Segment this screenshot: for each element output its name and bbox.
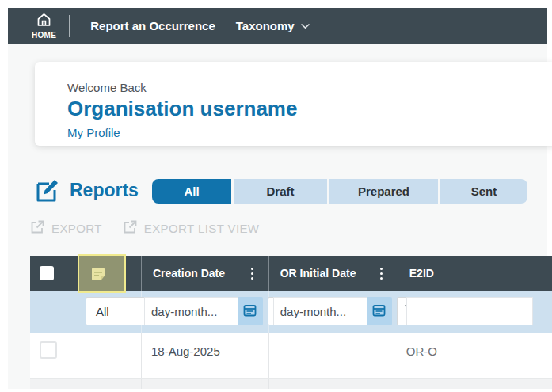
tab-all[interactable]: All <box>152 179 231 204</box>
tab-draft-label: Draft <box>266 185 294 198</box>
header-creation-date[interactable]: Creation Date <box>142 256 269 291</box>
export-list-view-label: EXPORT LIST VIEW <box>144 222 260 235</box>
row-select-cell <box>30 333 142 378</box>
row-creation-date-cell: 18-Aug-2025 <box>142 333 269 378</box>
column-menu-button[interactable] <box>249 265 256 282</box>
filter-creation-date-cell <box>142 291 269 333</box>
or-initial-date-filter-input[interactable] <box>273 297 367 325</box>
tab-all-label: All <box>184 185 199 198</box>
reports-tabs: All Draft Prepared Sent <box>152 179 527 204</box>
header-e2id[interactable]: E2ID <box>398 256 552 291</box>
export-button[interactable]: EXPORT <box>30 219 102 237</box>
welcome-username: Organisation username <box>67 97 552 121</box>
home-icon <box>36 12 52 30</box>
calendar-button[interactable] <box>238 297 263 325</box>
calendar-icon <box>371 303 386 320</box>
export-list-view-button[interactable]: EXPORT LIST VIEW <box>123 219 260 237</box>
select-all-checkbox[interactable] <box>40 266 54 280</box>
filter-or-initial-date-cell <box>269 291 398 333</box>
creation-date-label: Creation Date <box>142 267 225 280</box>
creation-date-filter-input[interactable] <box>144 297 238 325</box>
tab-sent-label: Sent <box>471 185 497 198</box>
table-row-partial <box>30 379 552 389</box>
calendar-icon <box>242 303 257 320</box>
row-e2id-cell: OR-O <box>398 333 552 378</box>
nav-report-an-occurrence[interactable]: Report an Occurrence <box>90 19 215 32</box>
app-window: HOME Report an Occurrence Taxonomy Welco… <box>0 0 552 392</box>
top-nav-bar: HOME Report an Occurrence Taxonomy <box>8 8 547 44</box>
or-initial-date-label: OR Initial Date <box>269 267 356 280</box>
column-menu-button[interactable] <box>378 265 385 282</box>
chevron-down-icon <box>300 23 310 29</box>
export-icon <box>123 219 138 237</box>
row-or-initial-date-cell <box>269 333 398 378</box>
table-row[interactable]: 18-Aug-2025 OR-O <box>30 333 552 379</box>
reports-table: Creation Date OR Initial Date E2ID All <box>30 256 552 389</box>
calendar-button[interactable] <box>367 297 392 325</box>
tab-draft[interactable]: Draft <box>234 179 327 204</box>
e2id-label: E2ID <box>398 267 434 280</box>
reports-title: Reports <box>70 180 139 201</box>
nav-taxonomy-label: Taxonomy <box>236 19 295 32</box>
table-filter-row: All <box>30 291 552 333</box>
my-profile-link[interactable]: My Profile <box>67 126 120 139</box>
header-select-column <box>30 256 142 291</box>
nav-taxonomy[interactable]: Taxonomy <box>236 19 310 32</box>
table-header-row: Creation Date OR Initial Date E2ID <box>30 256 552 291</box>
export-icon <box>30 219 45 237</box>
tab-sent[interactable]: Sent <box>440 179 527 204</box>
welcome-greeting: Welcome Back <box>67 81 552 94</box>
export-label: EXPORT <box>51 222 102 235</box>
row-checkbox[interactable] <box>40 341 57 359</box>
tab-prepared-label: Prepared <box>358 185 409 198</box>
reports-edit-icon <box>35 177 60 204</box>
nav-divider <box>69 15 70 37</box>
type-filter-value: All <box>86 305 109 318</box>
notes-column-icon[interactable] <box>89 265 107 283</box>
e2id-filter-input[interactable] <box>406 297 533 325</box>
welcome-card: Welcome Back Organisation username My Pr… <box>35 62 552 146</box>
filter-type-cell: All <box>30 291 142 333</box>
column-menu-button[interactable] <box>121 265 128 282</box>
home-label: HOME <box>32 31 56 40</box>
page: HOME Report an Occurrence Taxonomy Welco… <box>8 8 547 389</box>
filter-e2id-cell <box>398 291 552 333</box>
nav-home[interactable]: HOME <box>32 12 56 40</box>
creation-date-value: 18-Aug-2025 <box>142 344 220 358</box>
nav-report-label: Report an Occurrence <box>90 19 215 32</box>
e2id-value: OR-O <box>398 344 437 358</box>
export-actions: EXPORT EXPORT LIST VIEW <box>30 219 272 237</box>
header-or-initial-date[interactable]: OR Initial Date <box>269 256 398 291</box>
tab-prepared[interactable]: Prepared <box>329 179 438 204</box>
